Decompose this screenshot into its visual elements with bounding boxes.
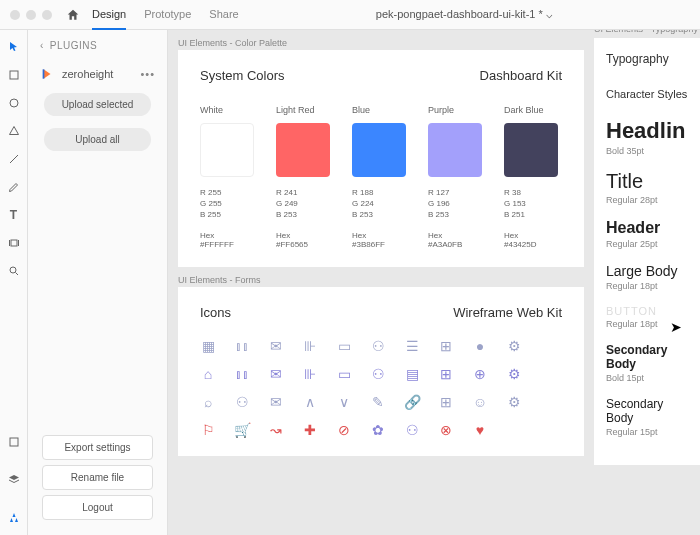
- rgb-values: R 188G 224B 253: [352, 187, 410, 221]
- wireframe-icon[interactable]: ☰: [404, 338, 420, 354]
- wireframe-icon[interactable]: 🔗: [404, 394, 420, 410]
- plugins-label: PLUGINS: [50, 40, 97, 51]
- wireframe-icon[interactable]: ⌕: [200, 394, 216, 410]
- type-sample: BUTTON: [606, 305, 692, 317]
- layers-icon[interactable]: [7, 473, 21, 487]
- rgb-values: R 255G 255B 255: [200, 187, 258, 221]
- upload-selected-button[interactable]: Upload selected: [44, 93, 151, 116]
- wireframe-icon[interactable]: ⚇: [370, 366, 386, 382]
- wireframe-icon[interactable]: ⚙: [506, 394, 522, 410]
- artboard-forms[interactable]: Icons Wireframe Web Kit ▦⫾⫾✉⊪▭⚇☰⊞●⚙⌂⫾⫾✉⊪…: [178, 287, 584, 456]
- color-swatch[interactable]: [428, 123, 482, 177]
- wireframe-icon[interactable]: ⊞: [438, 338, 454, 354]
- icons-title: Icons: [200, 305, 231, 320]
- close-dot[interactable]: [10, 10, 20, 20]
- wireframe-icon[interactable]: ●: [472, 338, 488, 354]
- mode-tabs: Design Prototype Share: [92, 0, 239, 30]
- wireframe-icon[interactable]: ⊪: [302, 366, 318, 382]
- wireframe-icon[interactable]: ▤: [404, 366, 420, 382]
- wireframe-icon[interactable]: ⚙: [506, 338, 522, 354]
- color-swatch[interactable]: [504, 123, 558, 177]
- max-dot[interactable]: [42, 10, 52, 20]
- tab-prototype[interactable]: Prototype: [144, 0, 191, 30]
- wireframe-icon[interactable]: ⫾⫾: [234, 338, 250, 354]
- assets-icon[interactable]: [7, 435, 21, 449]
- wireframe-icon[interactable]: ⫾⫾: [234, 366, 250, 382]
- wireframe-icon[interactable]: ⊞: [438, 394, 454, 410]
- canvas[interactable]: UI Elements - Color Palette System Color…: [168, 30, 700, 535]
- wireframe-icon[interactable]: ⚇: [234, 394, 250, 410]
- wireframe-icon[interactable]: ∨: [336, 394, 352, 410]
- wireframe-icon[interactable]: ✿: [370, 422, 386, 438]
- wireframe-icon[interactable]: ▦: [200, 338, 216, 354]
- color-swatch[interactable]: [352, 123, 406, 177]
- artboard-label-palette[interactable]: UI Elements - Color Palette: [178, 38, 584, 48]
- plugins-icon[interactable]: [7, 511, 21, 525]
- hex-label: Hex: [504, 231, 562, 240]
- document-title[interactable]: pek-pongpaet-dashboard-ui-kit-1 * ⌵: [239, 8, 690, 21]
- svg-line-2: [10, 155, 18, 163]
- wireframe-icon[interactable]: ✉: [268, 338, 284, 354]
- upload-all-button[interactable]: Upload all: [44, 128, 151, 151]
- wireframe-icon[interactable]: ✉: [268, 366, 284, 382]
- home-icon[interactable]: [66, 8, 80, 22]
- left-panel: ‹ PLUGINS zeroheight ••• Upload selected…: [28, 30, 168, 535]
- rename-file-button[interactable]: Rename file: [42, 465, 153, 490]
- wireframe-icon[interactable]: ☺: [472, 394, 488, 410]
- logout-button[interactable]: Logout: [42, 495, 153, 520]
- hex-label: Hex: [276, 231, 334, 240]
- polygon-tool-icon[interactable]: [7, 124, 21, 138]
- wireframe-icon[interactable]: ⊕: [472, 366, 488, 382]
- tab-design[interactable]: Design: [92, 0, 126, 30]
- artboard-tool-icon[interactable]: [7, 236, 21, 250]
- wireframe-icon[interactable]: ∧: [302, 394, 318, 410]
- artboard-typography[interactable]: Typography Character Styles HeadlinBold …: [594, 38, 700, 465]
- wireframe-icon[interactable]: ⌂: [200, 366, 216, 382]
- color-swatch[interactable]: [276, 123, 330, 177]
- plugin-zeroheight[interactable]: zeroheight •••: [28, 61, 167, 87]
- wireframe-icon[interactable]: ▭: [336, 338, 352, 354]
- wireframe-icon[interactable]: ▭: [336, 366, 352, 382]
- select-tool-icon[interactable]: [7, 40, 21, 54]
- svg-rect-8: [10, 438, 18, 446]
- wireframe-icon[interactable]: ⚙: [506, 366, 522, 382]
- wireframe-icon[interactable]: ✚: [302, 422, 318, 438]
- export-settings-button[interactable]: Export settings: [42, 435, 153, 460]
- wireframe-icon[interactable]: ⚐: [200, 422, 216, 438]
- color-swatch[interactable]: [200, 123, 254, 177]
- wireframe-icon[interactable]: ⊪: [302, 338, 318, 354]
- ellipse-tool-icon[interactable]: [7, 96, 21, 110]
- wireframe-icon[interactable]: ♥: [472, 422, 488, 438]
- wireframe-icon[interactable]: ↝: [268, 422, 284, 438]
- hex-value: #A3A0FB: [428, 240, 486, 249]
- wireframe-icon[interactable]: ✉: [268, 394, 284, 410]
- wireframe-icon[interactable]: ⚇: [404, 422, 420, 438]
- palette-title: System Colors: [200, 68, 285, 83]
- wireframe-icon[interactable]: ✎: [370, 394, 386, 410]
- back-chevron-icon[interactable]: ‹: [40, 40, 44, 51]
- type-sample: Title: [606, 170, 692, 193]
- pen-tool-icon[interactable]: [7, 180, 21, 194]
- artboard-label-typography[interactable]: UI Elements - Typography: [594, 30, 698, 34]
- artboard-label-forms[interactable]: UI Elements - Forms: [178, 275, 584, 285]
- type-sample: Large Body: [606, 263, 692, 279]
- wireframe-icon[interactable]: ⊘: [336, 422, 352, 438]
- wireframe-icon[interactable]: ⊞: [438, 366, 454, 382]
- zoom-tool-icon[interactable]: [7, 264, 21, 278]
- hex-value: #FFFFFF: [200, 240, 258, 249]
- artboard-palette[interactable]: System Colors Dashboard Kit WhiteR 255G …: [178, 50, 584, 267]
- plugins-heading[interactable]: ‹ PLUGINS: [28, 30, 167, 61]
- wireframe-icon[interactable]: 🛒: [234, 422, 250, 438]
- rectangle-tool-icon[interactable]: [7, 68, 21, 82]
- wireframe-icon[interactable]: ⊗: [438, 422, 454, 438]
- hex-label: Hex: [352, 231, 410, 240]
- type-meta: Bold 35pt: [606, 146, 692, 156]
- icons-kit: Wireframe Web Kit: [453, 305, 562, 320]
- min-dot[interactable]: [26, 10, 36, 20]
- line-tool-icon[interactable]: [7, 152, 21, 166]
- text-tool-icon[interactable]: T: [7, 208, 21, 222]
- tab-share[interactable]: Share: [209, 0, 238, 30]
- wireframe-icon[interactable]: ⚇: [370, 338, 386, 354]
- plugin-menu-icon[interactable]: •••: [140, 68, 155, 80]
- rgb-values: R 127G 196B 253: [428, 187, 486, 221]
